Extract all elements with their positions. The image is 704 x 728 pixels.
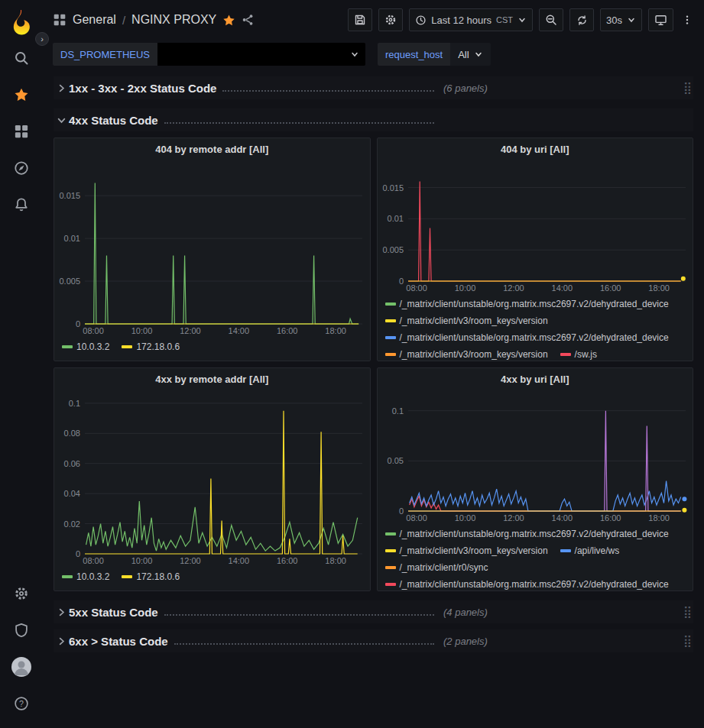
chart-svg: 00.020.040.060.080.108:0010:0012:0014:00…: [54, 390, 370, 567]
row-header-4xx[interactable]: 4xx Status Code: [54, 108, 693, 131]
sidebar: ?: [0, 0, 42, 728]
time-range-picker[interactable]: Last 12 hours CST: [409, 8, 533, 31]
datasource-variable-label[interactable]: DS_PROMETHEUS: [53, 43, 157, 66]
more-options-kebab-button[interactable]: [680, 8, 695, 31]
svg-text:0.015: 0.015: [382, 183, 404, 193]
refresh-interval-dropdown[interactable]: 30s: [600, 8, 642, 31]
series-color-swatch: [122, 575, 132, 578]
row-drag-handle[interactable]: ⣿: [683, 605, 693, 619]
sidebar-item-profile[interactable]: [0, 649, 42, 685]
legend-item[interactable]: 10.0.3.2: [62, 568, 109, 585]
legend-item[interactable]: /_matrix/client/v3/room_keys/version: [385, 312, 548, 329]
chevron-down-icon: [517, 15, 527, 24]
chevron-down-icon: [350, 50, 359, 59]
legend-item[interactable]: /_matrix/client/unstable/org.matrix.msc2…: [385, 526, 669, 542]
cycle-view-mode-button[interactable]: [648, 8, 673, 31]
save-dashboard-button[interactable]: [348, 8, 372, 31]
panel-title[interactable]: 4xx by uri [All]: [378, 368, 693, 390]
grafana-flame-icon: [9, 9, 34, 35]
request-host-variable-label[interactable]: request_host: [378, 43, 450, 66]
series-color-swatch: [560, 353, 571, 356]
row-header-6xx[interactable]: 6xx > Status Code (2 panels) ⣿: [54, 629, 693, 652]
chevron-down-icon: [627, 15, 636, 24]
sidebar-item-configuration[interactable]: [0, 575, 42, 612]
sidebar-item-alerting[interactable]: [0, 186, 42, 223]
request-host-variable-select[interactable]: All: [450, 43, 490, 66]
dashboard-title[interactable]: NGINX PROXY: [131, 13, 216, 27]
legend-item[interactable]: 172.18.0.6: [122, 568, 180, 585]
legend-item[interactable]: /_matrix/client/v3/room_keys/version: [385, 542, 548, 559]
timezone-label: CST: [496, 15, 513, 24]
zoom-out-time-button[interactable]: [539, 8, 563, 31]
row-header-5xx[interactable]: 5xx Status Code (4 panels) ⣿: [54, 600, 693, 623]
sidebar-item-server-admin[interactable]: [0, 612, 42, 649]
legend-item[interactable]: /_matrix/client/unstable/org.matrix.msc2…: [385, 329, 669, 346]
series-color-swatch: [385, 336, 396, 339]
sidebar-expand-button[interactable]: ›: [35, 32, 49, 46]
svg-text:12:00: 12:00: [503, 513, 524, 523]
series-color-swatch: [385, 319, 396, 322]
breadcrumb-section[interactable]: General: [73, 13, 116, 27]
sidebar-item-dashboards[interactable]: [0, 113, 42, 150]
series-label: /_matrix/client/unstable/org.matrix.msc2…: [400, 299, 669, 309]
dotted-leader: [174, 638, 434, 645]
chart-svg: 00.0050.010.01508:0010:0012:0014:0016:00…: [54, 160, 370, 337]
legend-item[interactable]: 172.18.0.6: [122, 338, 180, 355]
row-drag-handle[interactable]: ⣿: [683, 634, 693, 648]
chevron-right-icon: [54, 607, 69, 617]
series-color-swatch: [122, 345, 132, 348]
row-header-1xx-3xx-2xx[interactable]: 1xx - 3xx - 2xx Status Code (6 panels) ⣿: [54, 76, 693, 99]
svg-text:08:00: 08:00: [406, 283, 427, 293]
dashboard-settings-button[interactable]: [378, 8, 403, 31]
legend-item[interactable]: /_matrix/client/unstable/org.matrix.msc2…: [385, 296, 669, 312]
row-drag-handle[interactable]: ⣿: [683, 81, 693, 95]
legend-item[interactable]: /_matrix/client/unstable/org.matrix.msc2…: [385, 576, 669, 590]
sidebar-item-search[interactable]: [0, 40, 42, 76]
legend-item[interactable]: /_matrix/client/r0/sync: [385, 559, 488, 576]
timeseries-chart[interactable]: 00.0050.010.01508:0010:0012:0014:0016:00…: [378, 160, 693, 294]
refresh-button[interactable]: [569, 8, 594, 31]
svg-text:0.015: 0.015: [59, 191, 80, 200]
datasource-variable-select[interactable]: [157, 43, 365, 66]
monitor-icon: [654, 14, 667, 26]
legend-item[interactable]: /_matrix/client/v3/room_keys/version: [385, 346, 548, 361]
sidebar-bottom-group: ?: [0, 575, 42, 722]
series-color-swatch: [385, 583, 396, 586]
row-panel-count: (4 panels): [443, 607, 488, 618]
timeseries-chart[interactable]: 00.0050.010.01508:0010:0012:0014:0016:00…: [54, 160, 370, 337]
legend-item[interactable]: /sw.js: [560, 346, 597, 361]
variables-bar: DS_PROMETHEUS request_host All: [42, 40, 704, 69]
refresh-interval-label: 30s: [606, 15, 622, 26]
panel-legend: 10.0.3.2172.18.0.6: [54, 337, 370, 361]
svg-text:0.06: 0.06: [64, 459, 80, 468]
share-icon[interactable]: [242, 14, 254, 26]
shield-icon: [14, 623, 29, 638]
series-color-swatch: [62, 345, 73, 348]
svg-text:0: 0: [398, 277, 403, 286]
svg-text:14:00: 14:00: [551, 283, 573, 293]
row-title: 4xx Status Code: [69, 114, 158, 127]
sidebar-item-starred[interactable]: [0, 76, 42, 113]
legend-item[interactable]: /api/live/ws: [560, 542, 620, 559]
legend-item[interactable]: 10.0.3.2: [62, 338, 109, 355]
breadcrumb: General / NGINX PROXY: [53, 13, 254, 27]
series-label: /_matrix/client/unstable/org.matrix.msc2…: [400, 529, 669, 539]
dashboard-content: 1xx - 3xx - 2xx Status Code (6 panels) ⣿…: [42, 69, 704, 728]
sidebar-item-help[interactable]: ?: [0, 685, 42, 722]
panel-title[interactable]: 404 by remote addr [All]: [54, 138, 370, 160]
row-panel-count: (6 panels): [443, 83, 488, 94]
series-label: /_matrix/client/v3/room_keys/version: [400, 545, 548, 556]
panel-404-by-remote-addr: 404 by remote addr [All] 00.0050.010.015…: [54, 138, 371, 361]
svg-text:18:00: 18:00: [325, 326, 346, 335]
sidebar-item-explore[interactable]: [0, 150, 42, 186]
chevron-down-icon: [54, 115, 69, 125]
svg-text:08:00: 08:00: [83, 556, 104, 565]
svg-text:16:00: 16:00: [277, 556, 298, 565]
dashboards-grid-icon: [14, 124, 29, 139]
favorite-star-icon[interactable]: [222, 14, 235, 27]
timeseries-chart[interactable]: 00.020.040.060.080.108:0010:0012:0014:00…: [54, 390, 370, 567]
timeseries-chart[interactable]: 00.050.108:0010:0012:0014:0016:0018:00: [378, 390, 693, 524]
panel-title[interactable]: 4xx by remote addr [All]: [54, 368, 370, 390]
panel-title[interactable]: 404 by uri [All]: [378, 138, 693, 160]
svg-text:0.02: 0.02: [64, 519, 80, 529]
